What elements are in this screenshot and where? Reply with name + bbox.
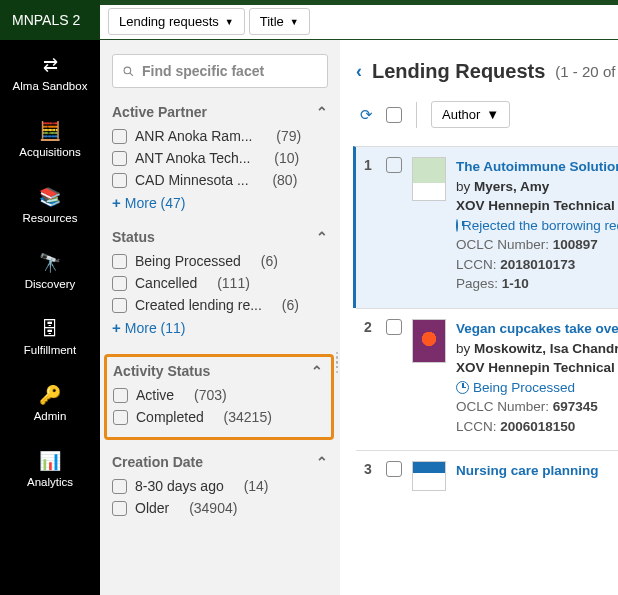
chevron-up-icon: ⌃ [316, 229, 328, 245]
facet-panel: Active Partner⌃ ANR Anoka Ram... (79) AN… [100, 40, 340, 595]
facet-option[interactable]: 8-30 days ago (14) [112, 478, 328, 494]
nav-label: Discovery [25, 278, 75, 290]
nav-alma-sandbox[interactable]: ⇄Alma Sandbox [0, 50, 100, 96]
item-title[interactable]: Vegan cupcakes take over the world : cup… [456, 319, 618, 339]
clock-icon [456, 219, 458, 232]
item-title[interactable]: Nursing care planning [456, 461, 618, 481]
facet-active-partner: Active Partner⌃ ANR Anoka Ram... (79) AN… [112, 104, 328, 211]
facet-more[interactable]: +More (11) [112, 319, 328, 336]
row-index: 3 [364, 461, 376, 491]
facet-creation-date: Creation Date⌃ 8-30 days ago (14) Older … [112, 454, 328, 516]
brand-text: MNPALS 2 [12, 12, 80, 28]
thumbnail [412, 461, 446, 491]
result-row[interactable]: 1 The Autoimmune Solution : prevent and … [353, 146, 618, 308]
separator [416, 102, 417, 128]
caret-down-icon: ▼ [290, 17, 299, 27]
row-index: 2 [364, 319, 376, 436]
checkbox[interactable] [112, 151, 127, 166]
checkbox[interactable] [113, 410, 128, 425]
abacus-icon: 🧮 [39, 120, 61, 142]
checkbox[interactable] [113, 388, 128, 403]
nav-label: Alma Sandbox [13, 80, 88, 92]
caret-down-icon: ▼ [486, 107, 499, 122]
scope-label: Lending requests [119, 14, 219, 29]
key-icon: 🔑 [39, 384, 61, 406]
facet-option[interactable]: CAD Minnesota ... (80) [112, 172, 328, 188]
facet-option[interactable]: Completed (34215) [113, 409, 323, 425]
facet-option[interactable]: Active (703) [113, 387, 323, 403]
row-checkbox[interactable] [386, 461, 402, 477]
facet-option[interactable]: Being Processed (6) [112, 253, 328, 269]
back-arrow-icon[interactable]: ‹ [356, 61, 362, 82]
item-status: Rejected the borrowing request [456, 216, 618, 236]
nav-label: Resources [23, 212, 78, 224]
thumbnail [412, 319, 446, 363]
books-icon: 📚 [39, 186, 61, 208]
swap-icon: ⇄ [43, 54, 58, 76]
result-row[interactable]: 2 Vegan cupcakes take over the world : c… [356, 308, 618, 450]
row-meta: Vegan cupcakes take over the world : cup… [456, 319, 618, 436]
row-index: 1 [364, 157, 376, 294]
results-toolbar: ⟳ Author ▼ [356, 101, 618, 128]
facet-status: Status⌃ Being Processed (6) Cancelled (1… [112, 229, 328, 336]
plus-icon: + [112, 319, 121, 336]
resize-handle-icon[interactable]: ⋮⋮⋮⋮⋮⋮ [331, 355, 340, 370]
checkbox[interactable] [112, 298, 127, 313]
thumbnail [412, 157, 446, 201]
chevron-up-icon: ⌃ [316, 104, 328, 120]
nav-discovery[interactable]: 🔭Discovery [0, 248, 100, 294]
facet-title[interactable]: Activity Status⌃ [113, 363, 323, 379]
facet-option[interactable]: Cancelled (111) [112, 275, 328, 291]
scope-dropdown[interactable]: Lending requests ▼ [108, 8, 245, 35]
nav-label: Fulfillment [24, 344, 76, 356]
checkbox[interactable] [112, 501, 127, 516]
select-all-checkbox[interactable] [386, 107, 402, 123]
sort-dropdown[interactable]: Author ▼ [431, 101, 510, 128]
chevron-up-icon: ⌃ [311, 363, 323, 379]
chevron-up-icon: ⌃ [316, 454, 328, 470]
nav-resources[interactable]: 📚Resources [0, 182, 100, 228]
result-row[interactable]: 3 Nursing care planning [356, 450, 618, 505]
nav-acquisitions[interactable]: 🧮Acquisitions [0, 116, 100, 162]
facet-more[interactable]: +More (47) [112, 194, 328, 211]
checkbox[interactable] [112, 173, 127, 188]
nav-admin[interactable]: 🔑Admin [0, 380, 100, 426]
archive-icon: 🗄 [41, 318, 59, 340]
item-institution: XOV Hennepin Technical College [456, 358, 618, 378]
facet-title[interactable]: Status⌃ [112, 229, 328, 245]
facet-option[interactable]: ANR Anoka Ram... (79) [112, 128, 328, 144]
facet-option[interactable]: Created lending re... (6) [112, 297, 328, 313]
facet-option[interactable]: ANT Anoka Tech... (10) [112, 150, 328, 166]
field-dropdown[interactable]: Title ▼ [249, 8, 310, 35]
checkbox[interactable] [112, 129, 127, 144]
checkbox[interactable] [112, 479, 127, 494]
row-meta: Nursing care planning [456, 461, 618, 491]
plus-icon: + [112, 194, 121, 211]
results-header: ‹ Lending Requests (1 - 20 of [356, 60, 618, 83]
clock-icon [456, 381, 469, 394]
search-icon [123, 64, 134, 79]
svg-line-1 [130, 73, 133, 76]
checkbox[interactable] [112, 254, 127, 269]
facet-search[interactable] [112, 54, 328, 88]
facet-search-input[interactable] [142, 63, 317, 79]
results-pane: ‹ Lending Requests (1 - 20 of ⟳ Author ▼… [340, 40, 618, 595]
row-checkbox[interactable] [386, 157, 402, 173]
checkbox[interactable] [112, 276, 127, 291]
facet-title[interactable]: Active Partner⌃ [112, 104, 328, 120]
telescope-icon: 🔭 [39, 252, 61, 274]
nav-sidebar: ⇄Alma Sandbox 🧮Acquisitions 📚Resources 🔭… [0, 40, 100, 595]
facet-option[interactable]: Older (34904) [112, 500, 328, 516]
page-title: Lending Requests [372, 60, 545, 83]
nav-label: Acquisitions [19, 146, 80, 158]
nav-analytics[interactable]: 📊Analytics [0, 446, 100, 492]
item-author: Myers, Amy [474, 179, 549, 194]
row-checkbox[interactable] [386, 319, 402, 335]
caret-down-icon: ▼ [225, 17, 234, 27]
refresh-icon[interactable]: ⟳ [356, 106, 376, 124]
facet-title[interactable]: Creation Date⌃ [112, 454, 328, 470]
item-title[interactable]: The Autoimmune Solution : prevent and re… [456, 157, 618, 177]
sort-label: Author [442, 107, 480, 122]
results-range: (1 - 20 of [555, 63, 615, 80]
nav-fulfillment[interactable]: 🗄Fulfillment [0, 314, 100, 360]
